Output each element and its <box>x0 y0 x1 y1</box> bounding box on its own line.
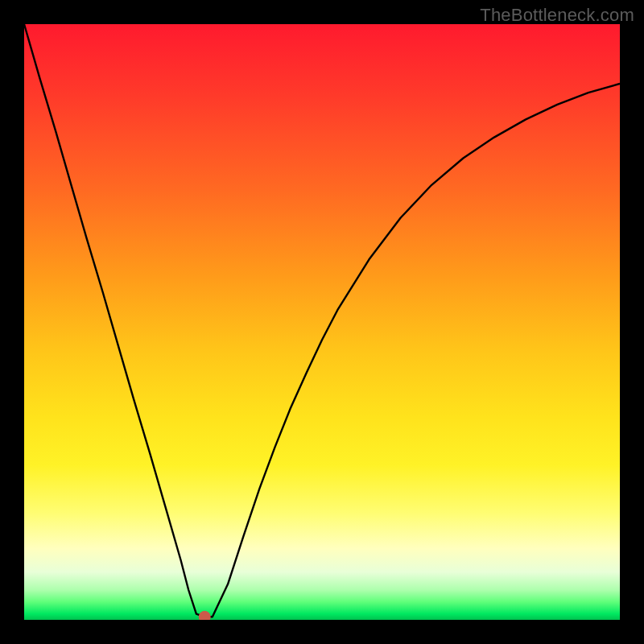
watermark-text: TheBottleneck.com <box>480 5 634 26</box>
bottleneck-curve <box>24 24 620 617</box>
minimum-marker <box>199 611 210 620</box>
plot-area <box>24 24 620 620</box>
curve-svg <box>24 24 620 620</box>
chart-frame: TheBottleneck.com <box>0 0 644 644</box>
